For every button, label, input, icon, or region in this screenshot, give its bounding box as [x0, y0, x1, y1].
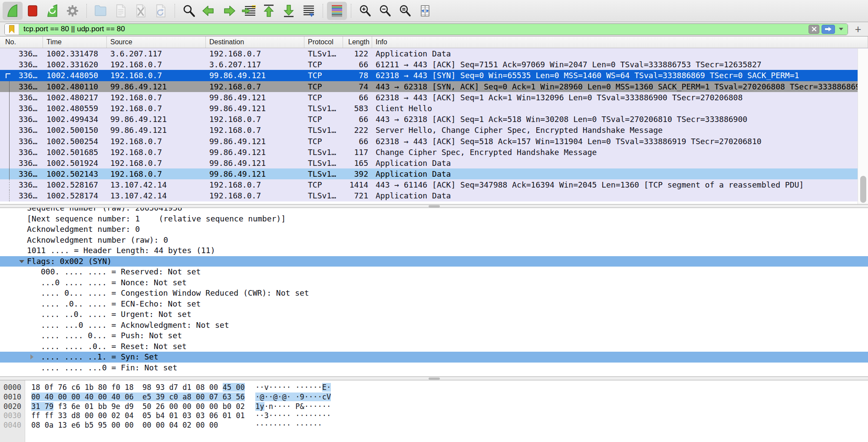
- cell-src: 192.168.0.7: [107, 92, 206, 103]
- zoom-reset-icon[interactable]: [395, 2, 415, 20]
- expanded-arrow-icon[interactable]: [19, 260, 24, 263]
- detail-row[interactable]: Acknowledgment number: 0: [0, 224, 868, 235]
- column-header-src[interactable]: Source: [107, 36, 206, 48]
- packet-row[interactable]: 336…1002.52817413.107.42.14192.168.0.7TL…: [0, 190, 868, 201]
- packet-row[interactable]: 336…1002.3314783.6.207.117192.168.0.7TLS…: [0, 48, 868, 59]
- splitter-grip[interactable]: [429, 377, 440, 379]
- detail-row[interactable]: [Next sequence number: 1 (relative seque…: [0, 214, 868, 224]
- detail-row[interactable]: .... .... ..1. = Syn: Set: [0, 352, 868, 363]
- packet-row[interactable]: 336…1002.480559192.168.0.799.86.49.121TL…: [0, 103, 868, 114]
- packet-row[interactable]: 336…1002.501685192.168.0.799.86.49.121TL…: [0, 147, 868, 158]
- find-packet-icon[interactable]: [179, 2, 199, 20]
- detail-text: Flags: 0x002 (SYN): [27, 256, 112, 267]
- detail-text: .... .... ...0 = Fin: Not set: [41, 363, 177, 373]
- detail-row[interactable]: .... 0... .... = Congestion Window Reduc…: [0, 288, 868, 299]
- open-file-icon[interactable]: [91, 2, 111, 20]
- packet-row[interactable]: 336…1002.49943499.86.49.121192.168.0.7TC…: [0, 114, 868, 125]
- column-header-proto[interactable]: Protocol: [304, 36, 343, 48]
- detail-row[interactable]: 1011 .... = Header Length: 44 bytes (11): [0, 245, 868, 256]
- packet-row[interactable]: 336…1002.48011099.86.49.121192.168.0.7TC…: [0, 81, 868, 92]
- detail-row[interactable]: .... .... ...0 = Fin: Not set: [0, 363, 868, 373]
- auto-scroll-icon[interactable]: [299, 2, 319, 20]
- detail-text: .... .... 0... = Push: Not set: [41, 330, 182, 341]
- capture-options-icon[interactable]: [63, 2, 83, 20]
- packet-row[interactable]: 336…1002.448050192.168.0.799.86.49.121TC…: [0, 70, 868, 81]
- detail-row[interactable]: .... .0.. .... = ECN-Echo: Not set: [0, 299, 868, 310]
- detail-row[interactable]: .... .... .0.. = Reset: Not set: [0, 341, 868, 352]
- zoom-in-icon[interactable]: [355, 2, 375, 20]
- collapsed-arrow-icon[interactable]: [30, 354, 33, 360]
- cell-dst: 192.168.0.7: [206, 125, 304, 135]
- resize-columns-icon[interactable]: [415, 2, 435, 20]
- packet-list-scrollbar[interactable]: [858, 49, 868, 204]
- clear-filter-button[interactable]: [809, 25, 819, 34]
- splitter-grip[interactable]: [429, 205, 440, 207]
- column-header-info[interactable]: Info: [372, 36, 868, 48]
- conversation-line-marker: [9, 136, 10, 147]
- hex-ascii: ·@··@·@· ·9····cV: [255, 393, 331, 402]
- packet-row[interactable]: 336…1002.500254192.168.0.799.86.49.121TC…: [0, 136, 868, 147]
- detail-row[interactable]: .... ..0. .... = Urgent: Not set: [0, 309, 868, 320]
- conversation-line-marker: [9, 158, 10, 168]
- restart-capture-icon[interactable]: [43, 2, 63, 20]
- column-header-no[interactable]: No.: [0, 36, 43, 48]
- start-capture-icon[interactable]: [3, 2, 23, 20]
- apply-filter-button[interactable]: [822, 25, 835, 34]
- packet-row[interactable]: 336…1002.501924192.168.0.799.86.49.121TL…: [0, 158, 868, 168]
- filter-bookmark-button[interactable]: [5, 24, 19, 35]
- list-details-splitter[interactable]: [0, 204, 868, 208]
- scrollbar-thumb[interactable]: [860, 176, 866, 203]
- go-to-packet-icon[interactable]: [239, 2, 259, 20]
- zoom-out-icon[interactable]: [375, 2, 395, 20]
- reload-file-icon[interactable]: [151, 2, 171, 20]
- save-file-icon[interactable]: [111, 2, 131, 20]
- hex-ascii: ··3····· ········: [255, 411, 331, 421]
- go-back-icon[interactable]: [199, 2, 219, 20]
- go-to-last-icon[interactable]: [279, 2, 299, 20]
- hex-row[interactable]: 000018 0f 76 c6 1b 80 f0 18 98 93 d7 d1 …: [0, 383, 868, 393]
- display-filter-input[interactable]: [19, 25, 809, 33]
- detail-row[interactable]: .... .... 0... = Push: Not set: [0, 330, 868, 341]
- hex-row[interactable]: 001000 40 00 00 40 00 40 06 e5 39 c0 a8 …: [0, 393, 868, 402]
- hex-row[interactable]: 002031 79 f3 6e 01 bb 9e d9 50 26 00 00 …: [0, 402, 868, 412]
- detail-row[interactable]: ...0 .... .... = Nonce: Not set: [0, 277, 868, 288]
- close-file-icon[interactable]: [131, 2, 151, 20]
- display-filter-field[interactable]: [4, 23, 848, 35]
- go-to-first-icon[interactable]: [259, 2, 279, 20]
- conversation-line-marker: [9, 190, 10, 201]
- packet-row[interactable]: 336…1002.480217192.168.0.799.86.49.121TC…: [0, 92, 868, 103]
- colorize-icon[interactable]: [327, 2, 347, 20]
- cell-no: 336…: [0, 114, 43, 125]
- detail-row[interactable]: 000. .... .... = Reserved: Not set: [0, 267, 868, 277]
- cell-dst: 192.168.0.7: [206, 114, 304, 125]
- packet-row[interactable]: 336…1002.331620192.168.0.73.6.207.117TCP…: [0, 59, 868, 70]
- detail-row[interactable]: .... ...0 .... = Acknowledgment: Not set: [0, 320, 868, 331]
- packet-row[interactable]: 336…1002.502143192.168.0.799.86.49.121TL…: [0, 168, 868, 179]
- cell-proto: TLSv1…: [304, 125, 343, 135]
- add-filter-button[interactable]: +: [852, 23, 864, 35]
- details-bytes-splitter[interactable]: [0, 376, 868, 380]
- packet-row[interactable]: 336…1002.52816713.107.42.14192.168.0.7TC…: [0, 179, 868, 190]
- cell-dst: 99.86.49.121: [206, 158, 304, 168]
- cell-no: 336…: [0, 81, 43, 92]
- cell-info: Change Cipher Spec, Encrypted Handshake …: [372, 147, 597, 158]
- hex-row[interactable]: 004008 0a 13 e6 b5 95 00 00 00 00 04 02 …: [0, 421, 868, 430]
- column-header-time[interactable]: Time: [43, 36, 107, 48]
- cell-info: Application Data: [372, 158, 451, 168]
- cell-no: 336…: [0, 147, 43, 158]
- go-forward-icon[interactable]: [219, 2, 239, 20]
- column-header-dst[interactable]: Destination: [206, 36, 304, 48]
- packet-row[interactable]: 336…1002.50015099.86.49.121192.168.0.7TL…: [0, 125, 868, 135]
- detail-text: .... .0.. .... = ECN-Echo: Not set: [41, 299, 201, 310]
- detail-row[interactable]: Flags: 0x002 (SYN): [0, 256, 868, 267]
- detail-row[interactable]: Sequence number (raw): 2665041958: [0, 208, 868, 214]
- conversation-line-marker: [9, 147, 10, 158]
- column-header-len[interactable]: Length: [343, 36, 372, 48]
- detail-row[interactable]: Acknowledgment number (raw): 0: [0, 235, 868, 246]
- cell-info: Application Data: [372, 48, 451, 59]
- filter-dropdown-button chevron-down-icon[interactable]: [839, 28, 843, 30]
- cell-dst: 99.86.49.121: [206, 103, 304, 114]
- stop-capture-icon[interactable]: [23, 2, 43, 20]
- hex-offset: 0020: [3, 402, 21, 412]
- hex-row[interactable]: 0030ff ff 33 d8 00 00 02 04 05 b4 01 03 …: [0, 411, 868, 421]
